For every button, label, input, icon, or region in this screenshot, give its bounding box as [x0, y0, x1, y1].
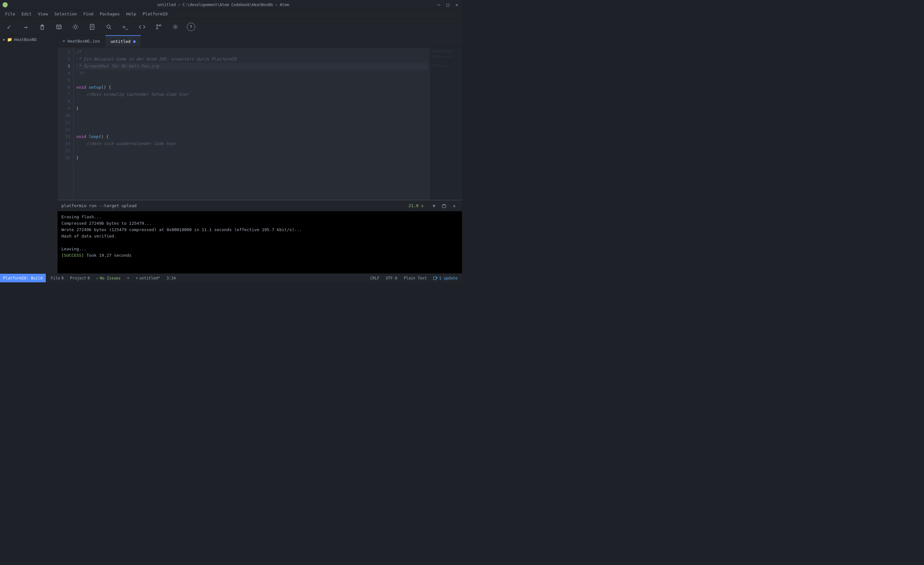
svg-rect-19 [434, 276, 436, 280]
status-file-count: 0 [62, 276, 64, 280]
line-num-12: 12 [58, 126, 70, 133]
status-cursor-pos: 3:34 [167, 276, 176, 280]
tab-heatboxng-ino[interactable]: ∞ HeatBoxNG.ino [58, 35, 105, 47]
menu-file[interactable]: File [3, 11, 18, 17]
line-num-6: 6 [58, 84, 70, 91]
terminal-line-7: [SUCCESS] Took 19.27 seconds [62, 252, 458, 258]
toolbar-code-button[interactable] [137, 22, 147, 32]
menu-bar: File Edit View Selection Find Packages H… [0, 10, 462, 18]
svg-line-12 [110, 28, 111, 29]
platformio-build-button[interactable]: PlatformIO: Build [0, 274, 46, 282]
sidebar-folder-label: HeatBoxNG [14, 37, 36, 42]
svg-point-14 [160, 25, 161, 26]
line-num-3: 3 [58, 63, 70, 70]
status-add-button[interactable]: + [126, 275, 130, 281]
checkmark-icon: ✓ [96, 276, 99, 280]
maximize-button[interactable]: □ [445, 2, 450, 8]
status-update[interactable]: 1 update [432, 275, 459, 281]
terminal-panel: platformio run --target upload 21.0 s ✕ … [58, 200, 462, 273]
toolbar-settings-button[interactable] [170, 22, 180, 32]
status-no-issues[interactable]: ✓ No Issues [95, 275, 122, 281]
status-encoding[interactable]: UTF-8 [385, 275, 399, 281]
sidebar: ▶ 📁 HeatBoxNG [0, 35, 58, 273]
main-area: ▶ 📁 HeatBoxNG ∞ HeatBoxNG.ino untitled 1… [0, 35, 462, 273]
code-line-9: } [76, 105, 428, 112]
code-line-10 [76, 112, 428, 119]
code-line-5 [76, 77, 428, 84]
editor-area: ∞ HeatBoxNG.ino untitled 1 2 3 4 5 6 7 8… [58, 35, 462, 273]
menu-selection[interactable]: Selection [52, 11, 80, 17]
status-grammar[interactable]: Plain Text [402, 275, 428, 281]
status-utf8: UTF-8 [386, 276, 398, 280]
menu-find[interactable]: Find [81, 11, 96, 17]
folder-icon: 📁 [7, 37, 12, 42]
status-line-ending[interactable]: CRLF [369, 275, 381, 281]
code-content[interactable]: /* * Ein Beispiel-Code in der Atom IDE- … [74, 47, 430, 200]
terminal-body: Erasing flash... Compressed 272496 bytes… [58, 211, 462, 273]
status-no-issues-label: No Issues [100, 276, 121, 280]
terminal-line-5 [62, 239, 458, 246]
svg-rect-3 [57, 25, 61, 29]
line-numbers: 1 2 3 4 5 6 7 8 9 10 11 12 13 14 15 16 [58, 47, 74, 200]
terminal-line-3: Wrote 272496 bytes (125479 compressed) a… [62, 227, 458, 233]
line-num-1: 1 [58, 49, 70, 56]
menu-view[interactable]: View [36, 11, 51, 17]
code-line-13: void loop() { [76, 133, 428, 140]
line-num-14: 14 [58, 140, 70, 147]
status-project-count: 0 [88, 276, 90, 280]
toolbar: ✓ → >_ ? [0, 18, 462, 35]
status-bar: PlatformIO: Build File 0 Project 0 ✓ No … [0, 273, 462, 282]
menu-packages[interactable]: Packages [97, 11, 123, 17]
toolbar-search-button[interactable] [104, 22, 114, 32]
terminal-line-2: Compressed 272496 bytes to 125479... [62, 220, 458, 227]
title-bar-text: untitled — C:\developement\Atom Codebook… [10, 3, 436, 7]
code-line-1: /* [76, 49, 428, 56]
toolbar-git-button[interactable] [154, 22, 164, 32]
line-num-13: 13 [58, 133, 70, 140]
status-crlf: CRLF [370, 276, 380, 280]
status-filename: untitled* [140, 276, 160, 280]
terminal-close-button[interactable]: ✕ [450, 202, 458, 210]
line-num-9: 9 [58, 105, 70, 112]
line-num-16: 16 [58, 154, 70, 161]
status-close-button[interactable]: × untitled* [134, 275, 161, 281]
toolbar-check-button[interactable]: ✓ [4, 22, 14, 32]
update-icon [433, 276, 438, 280]
minimize-button[interactable]: ─ [436, 2, 441, 8]
terminal-clear-button[interactable] [440, 202, 448, 210]
toolbar-terminal-button[interactable]: >_ [120, 22, 130, 32]
line-num-8: 8 [58, 98, 70, 105]
status-project[interactable]: Project 0 [69, 275, 91, 281]
terminal-success-tag: [SUCCESS] [62, 253, 84, 258]
line-num-2: 2 [58, 56, 70, 63]
app-icon [3, 2, 8, 8]
status-cursor[interactable]: 3:34 [165, 275, 177, 281]
toolbar-test-button[interactable] [54, 22, 64, 32]
tab-infinity-icon: ∞ [63, 39, 65, 43]
code-line-2: * Ein Beispiel-Code in der Atom IDE- wrw… [76, 56, 428, 63]
tab-untitled[interactable]: untitled [105, 35, 141, 47]
tab-untitled-label: untitled [110, 39, 130, 44]
terminal-line-6: Leaving... [62, 246, 458, 252]
toolbar-newfile-button[interactable] [87, 22, 97, 32]
sidebar-item-heatboxng[interactable]: ▶ 📁 HeatBoxNG [0, 35, 57, 44]
close-button[interactable]: ✕ [454, 2, 459, 8]
toolbar-upload-button[interactable]: → [21, 22, 31, 32]
toolbar-remote-button[interactable] [70, 22, 81, 32]
menu-platformio[interactable]: PlatformIO [140, 11, 170, 17]
menu-edit[interactable]: Edit [19, 11, 34, 17]
terminal-lightning-button[interactable] [430, 202, 438, 210]
line-num-10: 10 [58, 112, 70, 119]
code-line-14: //dein sich wiederholender Code hier [76, 140, 428, 147]
terminal-command: platformio run --target upload [62, 203, 406, 208]
toolbar-help-button[interactable]: ? [187, 23, 195, 31]
toolbar-trash-button[interactable] [37, 22, 47, 32]
status-file[interactable]: File 0 [50, 275, 65, 281]
code-line-8 [76, 98, 428, 105]
code-line-11 [76, 119, 428, 126]
line-num-11: 11 [58, 119, 70, 126]
menu-help[interactable]: Help [123, 11, 138, 17]
line-num-7: 7 [58, 91, 70, 98]
svg-rect-17 [442, 205, 446, 208]
svg-point-16 [174, 26, 176, 28]
